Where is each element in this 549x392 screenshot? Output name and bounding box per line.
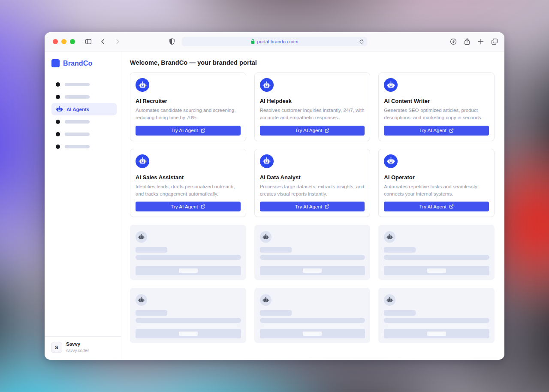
placeholder-dot-icon [56, 132, 60, 136]
agent-card-title: AI Content Writer [384, 98, 489, 104]
agent-card-title: AI Helpdesk [260, 98, 365, 104]
skeleton-text-bar [136, 318, 241, 323]
placeholder-label-bar [65, 145, 90, 148]
skeleton-button-bar [384, 329, 489, 338]
avatar: S [51, 342, 62, 353]
address-bar[interactable]: portal.brandco.com [182, 37, 368, 46]
share-icon[interactable] [463, 38, 471, 45]
user-subtitle: savvy.codes [66, 348, 89, 353]
try-agent-button[interactable]: Try AI Agent [260, 202, 365, 211]
placeholder-label-bar [65, 95, 90, 99]
sidebar-item-placeholder[interactable] [51, 140, 117, 153]
tab-overview-icon[interactable] [491, 38, 498, 45]
robot-icon [136, 231, 147, 243]
skeleton-title-bar [384, 247, 416, 253]
user-name: Savvy [66, 341, 89, 347]
placeholder-label-bar [65, 133, 90, 136]
placeholder-dot-icon [56, 95, 60, 99]
external-link-icon [201, 128, 205, 133]
brand-name: BrandCo [63, 60, 92, 67]
skeleton-card [130, 225, 246, 280]
robot-icon [260, 154, 274, 168]
sidebar-item-label: AI Agents [66, 107, 89, 112]
external-link-icon [449, 128, 454, 133]
page-title: Welcome, BrandCo — your branded portal [130, 59, 495, 66]
sidebar-item-ai-agents[interactable]: AI Agents [51, 103, 117, 115]
try-agent-button[interactable]: Try AI Agent [136, 202, 241, 211]
brand-logo: BrandCo [45, 51, 121, 67]
skeleton-button-bar [136, 329, 241, 338]
agent-card-description: Automates candidate sourcing and screeni… [136, 107, 241, 122]
url-text: portal.brandco.com [257, 39, 299, 44]
try-agent-button-label: Try AI Agent [419, 128, 446, 133]
reload-icon[interactable] [359, 39, 365, 45]
robot-icon [384, 78, 398, 92]
agent-card-grid: AI Recruiter Automates candidate sourcin… [130, 72, 495, 343]
sidebar-item-placeholder[interactable] [51, 115, 117, 128]
placeholder-dot-icon [56, 145, 60, 149]
skeleton-button-bar [136, 266, 241, 275]
placeholder-dot-icon [56, 82, 60, 87]
sidebar-toggle-icon[interactable] [84, 38, 92, 45]
agent-card: AI Helpdesk Resolves customer inquiries … [254, 72, 371, 141]
placeholder-label-bar [65, 83, 90, 86]
close-window-button[interactable] [53, 39, 58, 44]
skeleton-button-label-bar [303, 332, 322, 336]
skeleton-card [254, 225, 371, 280]
try-agent-button[interactable]: Try AI Agent [384, 202, 489, 211]
zoom-window-button[interactable] [70, 39, 75, 44]
lock-icon [251, 39, 255, 44]
brand-mark-icon [51, 59, 60, 67]
main-content: Welcome, BrandCo — your branded portal A… [121, 51, 504, 359]
agent-card-description: Processes large datasets, extracts insig… [260, 183, 365, 198]
sidebar-item-placeholder[interactable] [51, 128, 117, 140]
robot-icon [384, 294, 395, 306]
skeleton-button-label-bar [427, 332, 446, 336]
skeleton-title-bar [136, 247, 167, 253]
try-agent-button-label: Try AI Agent [171, 204, 198, 209]
agent-card-description: Automates repetitive tasks and seamlessl… [384, 183, 489, 198]
minimize-window-button[interactable] [61, 39, 66, 44]
window-controls [53, 39, 75, 44]
agent-card: AI Operator Automates repetitive tasks a… [378, 149, 495, 217]
robot-icon [136, 78, 149, 92]
agent-card-description: Generates SEO-optimized articles, produc… [384, 107, 489, 122]
skeleton-title-bar [260, 247, 292, 253]
try-agent-button-label: Try AI Agent [171, 128, 198, 133]
skeleton-card [378, 225, 495, 280]
skeleton-button-bar [384, 266, 489, 275]
sidebar-nav: AI Agents [45, 78, 121, 153]
skeleton-button-bar [260, 329, 365, 338]
agent-card-description: Identifies leads, drafts personalized ou… [136, 183, 241, 198]
try-agent-button-label: Try AI Agent [295, 128, 322, 133]
forward-button-icon[interactable] [114, 38, 121, 45]
sidebar-item-placeholder[interactable] [51, 90, 117, 103]
skeleton-title-bar [136, 310, 167, 316]
back-button-icon[interactable] [99, 38, 107, 45]
robot-icon [136, 294, 147, 306]
try-agent-button[interactable]: Try AI Agent [384, 126, 489, 136]
sidebar-item-placeholder[interactable] [51, 78, 117, 90]
skeleton-text-bar [384, 255, 489, 260]
agent-card-title: AI Sales Assistant [136, 174, 241, 181]
sidebar: BrandCo [45, 51, 121, 359]
robot-icon [260, 294, 271, 306]
privacy-shield-icon[interactable] [168, 38, 176, 45]
agent-card-title: AI Data Analyst [260, 174, 365, 181]
agent-card-title: AI Recruiter [136, 98, 241, 104]
external-link-icon [325, 204, 329, 209]
downloads-icon[interactable] [449, 38, 457, 45]
skeleton-card [378, 288, 495, 343]
agent-card: AI Sales Assistant Identifies leads, dra… [130, 149, 246, 217]
new-tab-icon[interactable] [477, 38, 485, 45]
try-agent-button-label: Try AI Agent [419, 204, 446, 209]
user-profile[interactable]: S Savvy savvy.codes [45, 336, 121, 359]
try-agent-button[interactable]: Try AI Agent [260, 126, 365, 136]
external-link-icon [325, 128, 329, 133]
robot-icon [136, 154, 149, 168]
robot-icon [260, 78, 274, 92]
skeleton-button-label-bar [427, 268, 446, 273]
skeleton-title-bar [260, 310, 292, 316]
skeleton-button-label-bar [179, 268, 198, 273]
try-agent-button[interactable]: Try AI Agent [136, 126, 241, 136]
